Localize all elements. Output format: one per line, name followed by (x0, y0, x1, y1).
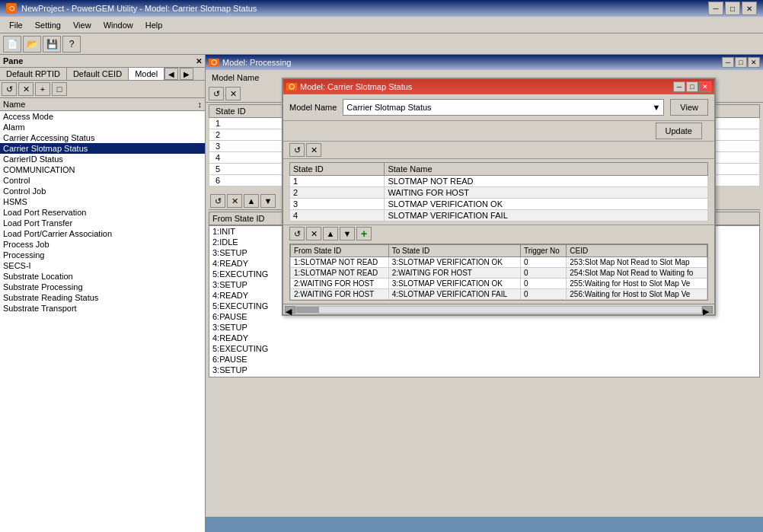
refresh-button[interactable]: ↺ (2, 82, 17, 96)
title-bar-controls[interactable]: ─ □ ✕ (708, 2, 757, 15)
save-button[interactable]: 💾 (43, 36, 61, 53)
tree-item-carrierid[interactable]: CarrierID Status (0, 154, 205, 164)
tree-item-process-job[interactable]: Process Job (0, 239, 205, 250)
csw-scroll-track[interactable] (295, 306, 702, 314)
tree-item-communication[interactable]: COMMUNICATION (0, 164, 205, 175)
name-column-header: Name ↕ (0, 98, 205, 111)
table-row[interactable]: 2:WAITING FOR HOST 3:SLOTMAP VERIFICATIO… (291, 279, 707, 289)
tree-item-substrate-location[interactable]: Substrate Location (0, 271, 205, 282)
tab-default-rptid[interactable]: Default RPTID (0, 68, 67, 80)
mp-delete-btn[interactable]: ✕ (225, 87, 241, 100)
tree-item-control[interactable]: Control (0, 175, 205, 186)
csw-col-statename: State Name (385, 163, 708, 176)
csw-title-text: Model: Carrier Slotmap Status (300, 82, 412, 91)
list-item[interactable]: 6:PAUSE (209, 354, 759, 365)
csw-minimize[interactable]: ─ (673, 81, 685, 92)
table-row[interactable]: 1:SLOTMAP NOT READ 2:WAITING FOR HOST 0 … (291, 268, 707, 279)
tree-item-hsms[interactable]: HSMS (0, 196, 205, 207)
csw-scroll-right[interactable]: ▶ (702, 306, 713, 314)
add-button[interactable]: + (35, 82, 50, 96)
list-item[interactable]: 4:READY (209, 333, 759, 343)
tree-item-carrier-accessing[interactable]: Carrier Accessing Status (0, 132, 205, 143)
mp-refresh-btn[interactable]: ↺ (209, 87, 224, 100)
menu-window[interactable]: Window (97, 19, 139, 31)
mp-from-down[interactable]: ▼ (260, 194, 276, 208)
csw-transition-table: From State ID To State ID Trigger No CEI… (290, 244, 707, 300)
list-item[interactable]: 3:SETUP (209, 322, 759, 333)
mp-from-up[interactable]: ▲ (244, 194, 259, 208)
nav-right-button[interactable]: ▶ (180, 68, 193, 80)
minimize-button[interactable]: ─ (708, 2, 723, 15)
mp-close[interactable]: ✕ (748, 57, 760, 68)
tree-item-carrier-slotmap[interactable]: Carrier Slotmap Status (0, 143, 205, 154)
tree-item-load-port-reservation[interactable]: Load Port Reservation (0, 207, 205, 218)
tree-list[interactable]: Access Mode Alarm Carrier Accessing Stat… (0, 111, 205, 532)
list-item[interactable]: 4:READY (209, 375, 759, 377)
csw-trans-add[interactable]: + (356, 227, 372, 241)
csw-transition-toolbar: ↺ ✕ ▲ ▼ + (283, 225, 714, 242)
tab-model[interactable]: Model (129, 68, 164, 80)
close-button[interactable]: ✕ (742, 2, 757, 15)
table-row[interactable]: 4SLOTMAP VERIFICATION FAIL (290, 210, 708, 221)
csw-maximize[interactable]: □ (686, 81, 698, 92)
csw-view-button[interactable]: View (670, 99, 708, 116)
csw-transition-table-wrap[interactable]: From State ID To State ID Trigger No CEI… (289, 244, 708, 301)
csw-trans-refresh[interactable]: ↺ (289, 227, 305, 241)
tree-item-secs[interactable]: SECS-I (0, 260, 205, 271)
table-row[interactable]: 3SLOTMAP VERIFICATION OK (290, 199, 708, 210)
csw-update-button[interactable]: Update (656, 123, 702, 139)
tab-nav-arrows: ◀ ▶ (164, 68, 193, 80)
tree-item-substrate-processing[interactable]: Substrate Processing (0, 282, 205, 292)
mp-maximize[interactable]: □ (735, 57, 747, 68)
tree-item-alarm[interactable]: Alarm (0, 122, 205, 132)
table-row[interactable]: 1SLOTMAP NOT READ (290, 176, 708, 187)
csw-icon: ⬡ (286, 83, 297, 91)
csw-delete-btn[interactable]: ✕ (306, 143, 321, 157)
open-button[interactable]: 📂 (23, 36, 41, 53)
tree-item-access-mode[interactable]: Access Mode (0, 111, 205, 122)
csw-model-name-dropdown[interactable]: Carrier Slotmap Status ▼ (343, 99, 664, 116)
delete-button[interactable]: ✕ (18, 82, 34, 96)
square-button[interactable]: □ (52, 82, 67, 96)
csw-scroll-left[interactable]: ◀ (285, 306, 295, 314)
mp-title-left: ⬡ Model: Processing (209, 58, 292, 67)
csw-trans-delete[interactable]: ✕ (306, 227, 321, 241)
main-toolbar: 📄 📂 💾 ? (0, 33, 763, 55)
table-row[interactable]: 2:WAITING FOR HOST 4:SLOTMAP VERIFICATIO… (291, 289, 707, 300)
list-item[interactable]: 5:EXECUTING (209, 343, 759, 354)
menu-view[interactable]: View (67, 19, 97, 31)
pane-close-button[interactable]: ✕ (196, 57, 202, 65)
csw-dropdown-arrow: ▼ (652, 103, 660, 112)
csw-close[interactable]: ✕ (699, 81, 711, 92)
tree-item-substrate-transport[interactable]: Substrate Transport (0, 303, 205, 314)
mp-model-name-label: Model Name (212, 73, 259, 82)
left-panel-tabs: Default RPTID Default CEID Model ◀ ▶ (0, 68, 205, 81)
new-button[interactable]: 📄 (3, 36, 21, 53)
table-row[interactable]: 1:SLOTMAP NOT READ 3:SLOTMAP VERIFICATIO… (291, 257, 707, 268)
csw-trans-down[interactable]: ▼ (340, 227, 355, 241)
mp-icon: ⬡ (209, 59, 219, 66)
menu-setting[interactable]: Setting (29, 19, 67, 31)
nav-left-button[interactable]: ◀ (164, 68, 178, 80)
tab-default-ceid[interactable]: Default CEID (67, 68, 129, 80)
tree-item-load-port-carrier[interactable]: Load Port/Carrier Association (0, 228, 205, 239)
csw-scroll-thumb[interactable] (296, 307, 319, 313)
main-layout: Pane ✕ Default RPTID Default CEID Model … (0, 55, 763, 532)
csw-trans-up[interactable]: ▲ (323, 227, 338, 241)
maximize-button[interactable]: □ (725, 2, 740, 15)
mp-minimize[interactable]: ─ (722, 57, 734, 68)
csw-refresh-btn[interactable]: ↺ (289, 143, 305, 157)
tree-item-load-port-transfer[interactable]: Load Port Transfer (0, 218, 205, 228)
tree-item-substrate-reading[interactable]: Substrate Reading Status (0, 292, 205, 303)
csw-h-scrollbar[interactable]: ◀ ▶ (283, 304, 714, 314)
table-row[interactable]: 2WAITING FOR HOST (290, 187, 708, 199)
tree-item-processing[interactable]: Processing (0, 250, 205, 260)
mp-from-refresh[interactable]: ↺ (210, 194, 225, 208)
menu-file[interactable]: File (3, 19, 29, 31)
menu-help[interactable]: Help (139, 19, 169, 31)
list-item[interactable]: 3:SETUP (209, 365, 759, 375)
tree-item-control-job[interactable]: Control Job (0, 186, 205, 196)
help-toolbar-button[interactable]: ? (62, 36, 81, 53)
left-panel: Pane ✕ Default RPTID Default CEID Model … (0, 55, 206, 532)
mp-from-delete[interactable]: ✕ (227, 194, 242, 208)
